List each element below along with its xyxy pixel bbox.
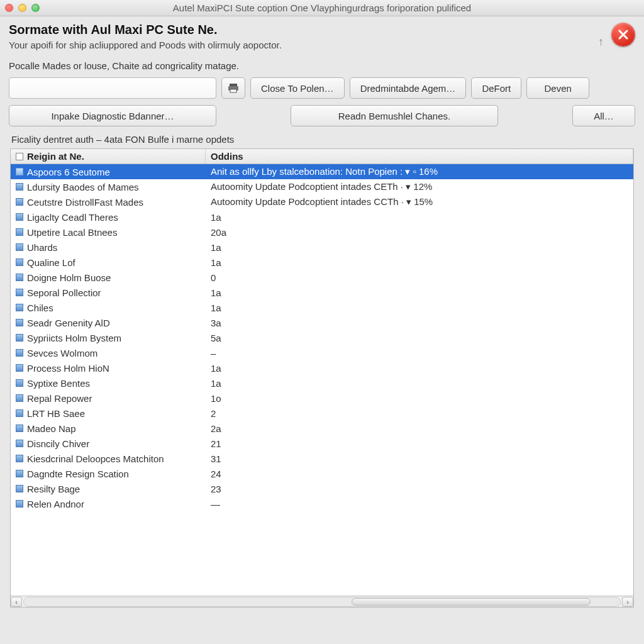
print-button[interactable] [221, 77, 245, 99]
cell-name-text: Uhards [27, 242, 57, 253]
cell-oddins-text: 1a [211, 303, 221, 313]
cell-oddins: 20a [206, 227, 633, 238]
column-header-oddins[interactable]: Oddins [206, 149, 633, 164]
readn-chanes-button[interactable]: Readn Bemushlel Chanes. [291, 105, 498, 126]
cell-name-text: Ldursity Baodes of Mames [27, 182, 139, 192]
row-icon [16, 319, 23, 326]
cell-name: Relen Andnor [11, 499, 206, 509]
table-row[interactable]: Sypriicts Holm Bystem5a [11, 330, 633, 345]
cell-oddins: 1a [206, 287, 633, 298]
scroll-thumb[interactable] [352, 598, 590, 606]
cell-name-text: Ligaclty Ceadl Theres [27, 212, 118, 223]
table-row[interactable]: Uhards1a [11, 240, 633, 255]
row-icon [16, 364, 23, 372]
cell-name: Utpetire Lacal Btnees [11, 227, 206, 238]
window-zoom-button[interactable] [31, 4, 40, 12]
up-arrow-icon[interactable]: ↑ [598, 35, 604, 48]
column-header-oddins-label: Oddins [211, 151, 243, 162]
cell-name-text: Resilty Bage [27, 484, 80, 494]
table-row[interactable]: Dagndte Resign Scation24 [11, 466, 633, 481]
cell-oddins-text: 1o [211, 393, 221, 404]
row-icon [16, 425, 23, 432]
cell-name: Aspoors 6 Seutome [11, 167, 206, 177]
cell-oddins-text: — [211, 499, 220, 509]
table-row[interactable]: Chiles1a [11, 300, 633, 315]
cell-oddins: 21 [206, 438, 633, 449]
window-close-button[interactable] [5, 4, 13, 12]
cell-name-text: LRT HB Saee [27, 408, 85, 419]
cell-oddins-text: 21 [211, 438, 221, 449]
deven-button[interactable]: Deven [526, 77, 589, 99]
table-row[interactable]: Madeo Nap2a [11, 421, 633, 436]
row-icon [16, 394, 23, 402]
table-row[interactable]: Process Holm HioN1a [11, 360, 633, 375]
row-icon [16, 349, 23, 357]
column-header-name[interactable]: Reigin at Ne. [11, 149, 206, 164]
horizontal-scrollbar[interactable]: ‹ › [11, 596, 633, 607]
table-row[interactable]: Syptixe Bentes1a [11, 375, 633, 391]
cell-oddins-text: 1a [211, 212, 221, 223]
table-row[interactable]: Aspoors 6 SeutomeAnit as ollfy Lby stalc… [11, 164, 633, 179]
grid-header: Reigin at Ne. Oddins [11, 149, 633, 164]
row-icon [16, 304, 23, 311]
table-row[interactable]: Repal Repower1o [11, 391, 633, 406]
table-row[interactable]: Ldursity Baodes of MamesAutoomity Update… [11, 179, 633, 194]
inpake-diagnostic-button[interactable]: Inpake Diagnostic Bdanner… [9, 105, 216, 126]
cell-oddins: 2 [206, 408, 633, 419]
search-input[interactable] [9, 77, 216, 99]
row-icon [16, 258, 23, 266]
window-minimize-button[interactable] [18, 4, 26, 12]
table-row[interactable]: Utpetire Lacal Btnees20a [11, 225, 633, 240]
table-row[interactable]: Doigne Holm Buose0 [11, 270, 633, 285]
cell-oddins-text: 1a [211, 378, 221, 389]
cell-oddins: 1a [206, 378, 633, 389]
close-to-button[interactable]: Close To Polen… [250, 77, 345, 99]
row-icon [16, 409, 23, 417]
cell-oddins-text: 1a [211, 287, 221, 298]
cell-oddins: Autoomity Update Podcoptient intades CET… [206, 181, 633, 192]
defort-button[interactable]: DeFort [471, 77, 521, 99]
table-row[interactable]: Ligaclty Ceadl Theres1a [11, 209, 633, 225]
table-row[interactable]: LRT HB Saee2 [11, 406, 633, 421]
cell-oddins-text: 2 [211, 408, 216, 419]
row-icon [16, 198, 23, 206]
grid-body[interactable]: Aspoors 6 SeutomeAnit as ollfy Lby stalc… [11, 164, 633, 596]
table-row[interactable]: Kiesdcrinal Deloopces Matchiton31 [11, 451, 633, 466]
cell-oddins-text: 31 [211, 453, 221, 464]
all-button[interactable]: All… [572, 105, 635, 126]
table-row[interactable]: Ceutstre DistrollFast MadesAutoomity Upd… [11, 194, 633, 209]
cell-name-text: Process Holm HioN [27, 363, 109, 374]
panel-caption: Ficality dentret auth – 4ata FON Bulfe i… [11, 134, 634, 145]
cell-name: Process Holm HioN [11, 363, 206, 374]
cell-name: Chiles [11, 303, 206, 313]
cell-oddins-text: 5a [211, 333, 221, 343]
cell-name-text: Dagndte Resign Scation [27, 469, 129, 479]
table-row[interactable]: Seadr Genenity AlD3a [11, 315, 633, 330]
scroll-track[interactable] [23, 597, 621, 607]
dialog-close-button[interactable] [611, 23, 635, 47]
cell-name: Seadr Genenity AlD [11, 318, 206, 328]
row-icon [16, 243, 23, 251]
table-row[interactable]: Resilty Bage23 [11, 481, 633, 496]
cell-name: Seporal Pollectior [11, 287, 206, 298]
page-subtitle: Your apoifi for ship acliuppored and Poo… [9, 40, 282, 50]
table-row[interactable]: Seporal Pollectior1a [11, 285, 633, 300]
table-row[interactable]: Disncily Chiver21 [11, 436, 633, 451]
row-icon [16, 213, 23, 221]
table-row[interactable]: Sevces Wolmom– [11, 345, 633, 360]
cell-name: Uhards [11, 242, 206, 253]
cell-oddins: Anit as ollfy Lby stalcebonation: Notn P… [206, 166, 633, 177]
cell-name: Madeo Nap [11, 423, 206, 434]
scroll-left-button[interactable]: ‹ [11, 597, 22, 607]
dredmintabde-button[interactable]: Dredmintabde Agem… [350, 77, 467, 99]
cell-name-text: Chiles [27, 303, 53, 313]
scroll-right-button[interactable]: › [622, 597, 633, 607]
cell-oddins-text: 1a [211, 257, 221, 268]
header-checkbox[interactable] [16, 153, 23, 160]
cell-oddins: 2a [206, 423, 633, 434]
cell-oddins: 5a [206, 333, 633, 343]
table-row[interactable]: Qualine Lof1a [11, 255, 633, 270]
cell-oddins-text: 20a [211, 227, 226, 238]
table-row[interactable]: Relen Andnor— [11, 496, 633, 511]
cell-name-text: Qualine Lof [27, 257, 75, 268]
